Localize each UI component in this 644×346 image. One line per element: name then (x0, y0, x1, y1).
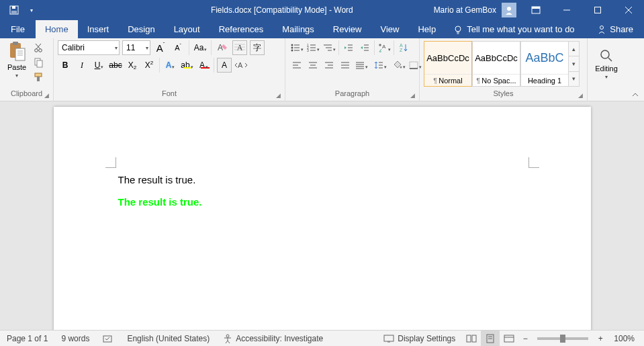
tab-file[interactable]: File (0, 20, 36, 38)
character-shading-button[interactable]: A (232, 40, 247, 55)
status-display-settings[interactable]: Display Settings (377, 331, 462, 346)
bullets-button[interactable]: ▾ (289, 40, 304, 55)
font-name-value: Calibri (62, 43, 85, 52)
fit-text-button[interactable]: A (234, 58, 248, 73)
zoom-slider-thumb[interactable] (560, 335, 565, 343)
grow-font-button[interactable]: Aˆ (153, 40, 168, 55)
group-styles: AaBbCcDc ¶Normal AaBbCcDc ¶No Spac... Aa… (420, 38, 588, 101)
user-account[interactable]: Mario at GemBox (430, 3, 520, 17)
decrease-indent-button[interactable] (341, 40, 356, 55)
tab-insert[interactable]: Insert (78, 20, 119, 38)
document-area[interactable]: The result is true. The result is true. (0, 101, 644, 330)
tab-view[interactable]: View (371, 20, 408, 38)
distributed-button[interactable]: ▾ (354, 58, 369, 73)
share-label: Share (610, 24, 633, 34)
styles-expand[interactable]: ▾ (569, 72, 579, 86)
minimize-button[interactable] (551, 0, 582, 20)
status-spellcheck-icon[interactable] (96, 331, 120, 346)
tab-mailings[interactable]: Mailings (273, 20, 324, 38)
editing-button[interactable]: Editing ▾ (588, 38, 625, 89)
styles-scroll-down[interactable]: ▾ (569, 56, 579, 71)
zoom-level[interactable]: 100% (607, 331, 644, 346)
style-normal-name: ¶Normal (424, 74, 471, 86)
svg-point-21 (39, 49, 42, 52)
status-language[interactable]: English (United States) (120, 331, 216, 346)
enclose-characters-button[interactable]: 字 (250, 40, 265, 55)
share-button[interactable]: Share (586, 20, 644, 38)
highlight-button[interactable]: ab▾ (179, 58, 194, 73)
dialog-launcher-clipboard[interactable]: ◢ (42, 92, 50, 100)
doc-line-2[interactable]: The result is true. (118, 196, 202, 208)
superscript-button[interactable]: X2 (142, 58, 156, 73)
sort-button[interactable]: AZ (396, 40, 411, 55)
save-icon[interactable] (7, 3, 21, 17)
svg-point-35 (291, 47, 293, 49)
chevron-down-icon: ▾ (605, 74, 608, 80)
tab-help[interactable]: Help (408, 20, 445, 38)
line-spacing-button[interactable]: ▾ (373, 58, 387, 73)
dialog-launcher-paragraph[interactable]: ◢ (408, 92, 416, 100)
font-size-value: 11 (126, 43, 135, 52)
window-title: Fields.docx [Compatibility Mode] - Word (134, 5, 430, 15)
text-effects-button[interactable]: A▾ (163, 58, 177, 73)
svg-point-10 (455, 26, 461, 32)
zoom-out-button[interactable]: − (518, 334, 532, 343)
status-accessibility[interactable]: Accessibility: Investigate (216, 331, 330, 346)
style-heading1-preview: AaBbC (521, 42, 568, 74)
style-no-spacing[interactable]: AaBbCcDc ¶No Spac... (472, 41, 520, 87)
tab-review[interactable]: Review (324, 20, 371, 38)
align-right-button[interactable] (322, 58, 336, 73)
style-normal[interactable]: AaBbCcDc ¶Normal (424, 41, 472, 87)
view-read-mode[interactable] (462, 331, 481, 347)
dialog-launcher-font[interactable]: ◢ (274, 92, 282, 100)
dialog-launcher-styles[interactable]: ◢ (576, 92, 584, 100)
copy-button[interactable] (32, 56, 44, 69)
collapse-ribbon-button[interactable] (631, 90, 640, 99)
close-button[interactable] (613, 0, 644, 20)
format-painter-button[interactable] (32, 71, 44, 83)
document-page[interactable]: The result is true. The result is true. (54, 107, 591, 330)
style-heading-1[interactable]: AaBbC Heading 1 (520, 41, 569, 87)
zoom-slider[interactable] (537, 337, 588, 340)
italic-button[interactable]: I (75, 58, 89, 73)
tell-me-search[interactable]: Tell me what you want to do (445, 20, 586, 38)
numbering-button[interactable]: 123▾ (306, 40, 320, 55)
paste-button[interactable]: Paste ▾ (4, 40, 30, 79)
align-left-button[interactable] (289, 58, 304, 73)
view-print-layout[interactable] (481, 331, 500, 347)
status-word-count[interactable]: 9 words (54, 331, 96, 346)
ribbon-display-options-icon[interactable] (520, 0, 551, 20)
view-web-layout[interactable] (500, 331, 518, 347)
document-content[interactable]: The result is true. The result is true. (118, 174, 202, 208)
tab-layout[interactable]: Layout (165, 20, 210, 38)
tab-home[interactable]: Home (36, 20, 78, 38)
zoom-in-button[interactable]: + (594, 334, 607, 343)
font-size-combo[interactable]: 11 ▾ (122, 40, 150, 55)
maximize-button[interactable] (582, 0, 613, 20)
strikethrough-button[interactable]: abc (108, 58, 123, 73)
doc-line-1[interactable]: The result is true. (118, 174, 202, 185)
asian-layout-button[interactable]: A▾ (377, 40, 392, 55)
style-normal-preview: AaBbCcDc (424, 42, 471, 74)
font-color-button[interactable]: A▾ (196, 58, 211, 73)
increase-indent-button[interactable] (357, 40, 372, 55)
styles-scroll-up[interactable]: ▴ (569, 42, 579, 56)
cut-button[interactable] (32, 42, 44, 54)
character-border-button[interactable]: A (217, 58, 232, 73)
underline-button[interactable]: U▾ (91, 58, 106, 73)
bold-button[interactable]: B (58, 58, 73, 73)
align-center-button[interactable] (306, 58, 320, 73)
qat-dropdown-icon[interactable]: ▾ (24, 3, 39, 17)
justify-button[interactable] (338, 58, 353, 73)
status-page[interactable]: Page 1 of 1 (0, 331, 54, 346)
tab-references[interactable]: References (210, 20, 273, 38)
group-editing: Editing ▾ (588, 38, 625, 101)
clear-formatting-button[interactable]: A (215, 40, 230, 55)
multilevel-list-button[interactable]: ▾ (322, 40, 336, 55)
tab-design[interactable]: Design (118, 20, 164, 38)
shading-button[interactable]: ▾ (392, 58, 406, 73)
shrink-font-button[interactable]: Aˇ (171, 40, 185, 55)
font-name-combo[interactable]: Calibri ▾ (58, 40, 120, 55)
subscript-button[interactable]: X2 (125, 58, 140, 73)
change-case-button[interactable]: Aa▾ (193, 40, 208, 55)
